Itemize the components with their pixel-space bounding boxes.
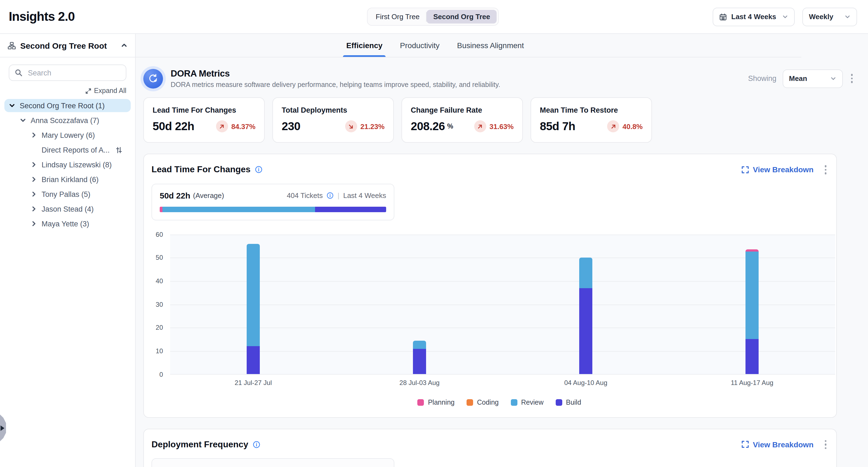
- legend-item-coding[interactable]: Coding: [467, 398, 499, 406]
- legend-item-planning[interactable]: Planning: [417, 398, 455, 406]
- aggregation-select[interactable]: Mean: [782, 69, 843, 88]
- deployment-menu-button[interactable]: [822, 438, 829, 451]
- y-tick-label: 60: [156, 230, 163, 238]
- org-tree-toggle: First Org Tree Second Org Tree: [367, 8, 499, 26]
- lead-time-chart: 0102030405060: [144, 234, 835, 374]
- deployment-actions: View Breakdown: [742, 438, 829, 451]
- tree-item[interactable]: Lindsay Liszewski (8): [4, 158, 131, 171]
- info-icon[interactable]: [327, 192, 334, 199]
- legend-label: Coding: [477, 398, 499, 406]
- view-breakdown-button[interactable]: View Breakdown: [742, 165, 813, 174]
- lead-time-header: Lead Time For Changes View Breakdown: [144, 154, 836, 176]
- stacked-bar[interactable]: [413, 341, 426, 374]
- y-tick-label: 40: [156, 277, 163, 285]
- chevron-right-icon[interactable]: [31, 132, 37, 138]
- summary-separator: |: [338, 191, 339, 199]
- stacked-bar[interactable]: [745, 249, 758, 374]
- view-breakdown-button[interactable]: View Breakdown: [742, 440, 813, 449]
- stacked-bar[interactable]: [247, 244, 260, 374]
- date-range-select[interactable]: Last 4 Weeks: [713, 7, 795, 26]
- sidebar-collapse-button[interactable]: [121, 42, 127, 49]
- expand-all-icon: [85, 88, 91, 94]
- metric-value: 230: [282, 120, 300, 133]
- legend-swatch: [467, 399, 473, 405]
- chevron-down-icon: [844, 14, 850, 20]
- tab-business-alignment[interactable]: Business Alignment: [457, 34, 524, 57]
- tree-item-label: Maya Yette (3): [41, 220, 89, 228]
- y-tick-label: 10: [156, 347, 163, 355]
- tree-item[interactable]: Mary Lowery (6): [4, 128, 131, 142]
- phase-segment-planning: [160, 207, 162, 212]
- chevron-down-icon[interactable]: [9, 102, 15, 109]
- tab-efficiency[interactable]: Efficiency: [346, 34, 382, 57]
- tree-item[interactable]: Anna Scozzafava (7): [4, 114, 131, 127]
- deployment-header: Deployment Frequency View Breakdown: [144, 429, 836, 451]
- dora-menu-button[interactable]: [848, 72, 855, 85]
- granularity-select[interactable]: Weekly: [802, 7, 857, 26]
- expand-corners-icon: [742, 166, 749, 173]
- metric-value: 85d 7h: [540, 120, 575, 133]
- tab-label: Productivity: [400, 41, 440, 50]
- second-org-tree-button[interactable]: Second Org Tree: [427, 10, 497, 24]
- gridline: [170, 374, 835, 374]
- chevron-down-icon[interactable]: [20, 117, 26, 124]
- stacked-bar[interactable]: [579, 257, 592, 374]
- info-icon[interactable]: [253, 441, 260, 448]
- lead-time-menu-button[interactable]: [822, 163, 829, 176]
- legend-item-review[interactable]: Review: [510, 398, 544, 406]
- tree-item[interactable]: Brian Kirkland (6): [4, 173, 131, 186]
- trend-up-icon: [607, 120, 619, 132]
- search-input[interactable]: [27, 68, 120, 77]
- tab-productivity[interactable]: Productivity: [400, 34, 440, 57]
- tree-item[interactable]: Direct Reports of A...: [4, 143, 131, 156]
- expand-all-button[interactable]: Expand All: [85, 87, 126, 95]
- showing-controls: Showing Mean: [748, 69, 855, 88]
- x-tick-label: 04 Aug-10 Aug: [503, 379, 669, 386]
- page-title: Insights 2.0: [9, 9, 75, 24]
- tab-label: Business Alignment: [457, 41, 524, 50]
- expand-all-label: Expand All: [94, 87, 126, 95]
- metric-card: Mean Time To Restore85d 7h40.8%: [530, 97, 652, 143]
- tree-item-label: Direct Reports of A...: [41, 146, 110, 154]
- trend-badge: 31.63%: [474, 120, 514, 132]
- main-panel: EfficiencyProductivityBusiness Alignment…: [136, 34, 868, 467]
- tree-item[interactable]: Jason Stead (4): [4, 202, 131, 215]
- filter-icon[interactable]: [115, 146, 122, 153]
- expand-all-row: Expand All: [9, 87, 126, 95]
- tree-item[interactable]: Tony Pallas (5): [4, 188, 131, 201]
- metric-value-row: 50d 22h84.37%: [153, 120, 255, 133]
- trend-badge: 40.8%: [607, 120, 643, 132]
- gridline: [170, 304, 835, 305]
- legend-swatch: [555, 399, 562, 405]
- chevron-down-icon: [782, 14, 788, 20]
- content-row: Second Org Tree Root Expand All Seco: [0, 34, 868, 467]
- phase-distribution-bar: [160, 207, 386, 212]
- chevron-right-icon[interactable]: [31, 191, 37, 197]
- chevron-right-icon[interactable]: [31, 161, 37, 168]
- chevron-right-icon[interactable]: [31, 206, 37, 212]
- sidebar-search[interactable]: [9, 65, 126, 81]
- first-org-tree-button[interactable]: First Org Tree: [369, 10, 426, 24]
- view-breakdown-label: View Breakdown: [753, 440, 813, 449]
- chevron-right-icon[interactable]: [31, 176, 37, 183]
- x-tick-label: 11 Aug-17 Aug: [669, 379, 835, 386]
- summary-qualifier: (Average): [193, 191, 224, 199]
- legend-item-build[interactable]: Build: [555, 398, 581, 406]
- summary-row: 50d 22h (Average) 404 Tickets | Last 4 W…: [160, 191, 386, 200]
- tree-item[interactable]: Second Org Tree Root (1): [4, 99, 131, 112]
- trend-delta: 31.63%: [490, 122, 514, 130]
- chevron-spacer: [31, 147, 37, 153]
- trend-down-icon: [345, 120, 357, 132]
- metric-value: 50d 22h: [153, 120, 194, 133]
- insights-app: Insights 2.0 First Org Tree Second Org T…: [0, 0, 868, 467]
- calendar-icon: [719, 13, 727, 21]
- chevron-right-icon[interactable]: [31, 220, 37, 227]
- granularity-value: Weekly: [809, 12, 840, 21]
- summary-range: Last 4 Weeks: [343, 191, 386, 199]
- tree-item[interactable]: Maya Yette (3): [4, 217, 131, 230]
- trend-up-icon: [216, 120, 228, 132]
- showing-label: Showing: [748, 74, 776, 83]
- trend-badge: 21.23%: [345, 120, 384, 132]
- sidebar-header: Second Org Tree Root: [0, 34, 135, 57]
- info-icon[interactable]: [255, 166, 262, 174]
